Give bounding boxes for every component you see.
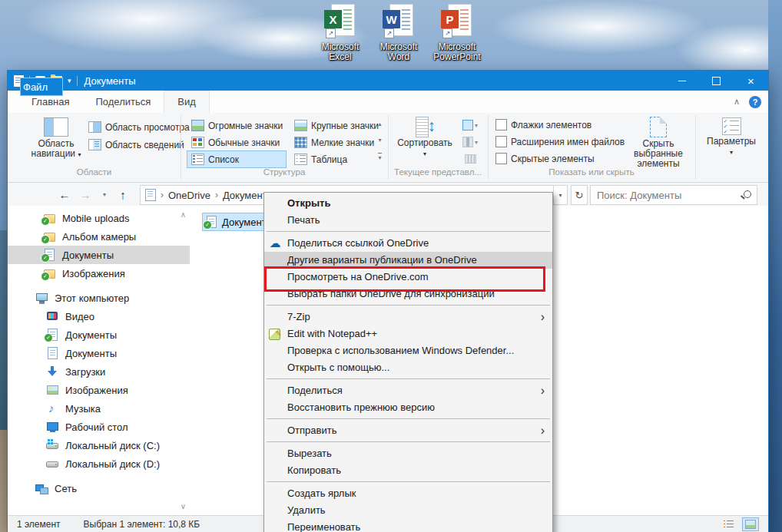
details-view-toggle-icon[interactable] xyxy=(721,517,737,531)
layout-more-button[interactable]: ▾ xyxy=(374,149,386,164)
close-button[interactable]: × xyxy=(734,71,768,91)
menu-item-copy[interactable]: Копировать xyxy=(264,462,552,479)
menu-item-send-to[interactable]: Отправить › xyxy=(264,422,552,439)
add-columns-button[interactable]: ▾ xyxy=(460,134,480,150)
view-option-medium-icons[interactable]: Обычные значки xyxy=(187,134,284,151)
checkbox-icon xyxy=(495,136,507,147)
sea-strip xyxy=(0,230,8,430)
close-icon: × xyxy=(747,75,754,87)
view-option-small-icons[interactable]: Мелкие значки xyxy=(290,134,379,151)
sidebar-item-local-disk-c[interactable]: Локальный диск (C:) xyxy=(8,436,190,454)
refresh-button[interactable]: ↻ xyxy=(571,185,588,205)
collapse-ribbon-icon[interactable]: ∧ xyxy=(734,97,740,107)
thumbnail-view-toggle-icon[interactable] xyxy=(742,517,759,531)
sidebar-item-documents[interactable]: Документы xyxy=(8,344,190,362)
menu-item-delete[interactable]: Удалить xyxy=(264,502,552,519)
refresh-icon: ↻ xyxy=(575,190,584,201)
group-by-button[interactable]: ▾ xyxy=(460,117,480,133)
selection-info: Выбран 1 элемент: 10,8 КБ xyxy=(84,519,200,530)
hide-selected-button[interactable]: Скрыть выбранные элементы xyxy=(625,117,692,169)
layout-scroll-up[interactable]: ▴ xyxy=(374,116,386,131)
layout-scroll-down[interactable]: ▾ xyxy=(374,132,386,147)
qat-dropdown-icon[interactable]: ▾ xyxy=(68,77,71,84)
forward-button[interactable]: → xyxy=(76,183,94,206)
sidebar-scroll-up-icon[interactable]: ∧ xyxy=(181,210,186,219)
ribbon-tabs: Файл Главная Поделиться Вид ∧ ? xyxy=(8,91,768,113)
group-caption: Показать или скрыть xyxy=(488,167,695,177)
menu-item-open-with[interactable]: Открыть с помощью... xyxy=(264,359,552,376)
menu-item-7zip[interactable]: 7-Zip › xyxy=(264,309,552,325)
menu-item-print[interactable]: Печать xyxy=(264,212,552,229)
search-icon[interactable] xyxy=(744,190,751,198)
group-current-view: Сортировать ▾ ▾ ▾ Текущее представл... xyxy=(388,113,488,182)
navigation-pane-button[interactable]: Область навигации ▾ xyxy=(27,117,85,160)
details-view-icon xyxy=(294,154,307,165)
menu-item-restore-previous[interactable]: Восстановить прежнюю версию xyxy=(264,399,552,416)
view-option-huge-icons[interactable]: Огромные значки xyxy=(187,117,287,134)
hidden-items-checkbox[interactable]: Скрытые элементы xyxy=(495,153,595,164)
item-checkboxes-checkbox[interactable]: Флажки элементов xyxy=(495,119,591,131)
back-button[interactable]: ← xyxy=(55,183,74,206)
sidebar-item-this-pc[interactable]: Этот компьютер xyxy=(8,289,190,307)
search-input[interactable] xyxy=(591,186,757,204)
sidebar-item-local-disk-d[interactable]: Локальный диск (D:) xyxy=(8,454,190,473)
address-dropdown-button[interactable]: ▾ xyxy=(553,185,568,205)
menu-separator xyxy=(267,481,550,482)
sidebar-item-desktop[interactable]: Рабочий стол xyxy=(8,418,190,436)
sidebar-item-camera-album[interactable]: Альбом камеры xyxy=(8,227,190,246)
menu-separator xyxy=(267,305,550,306)
shortcut-word[interactable]: W Microsoft Word xyxy=(369,3,428,62)
sidebar-item-downloads[interactable]: Загрузки xyxy=(8,362,190,381)
sidebar-item-documents-synced[interactable]: Документы xyxy=(8,325,190,344)
menu-item-cut[interactable]: Вырезать xyxy=(264,445,552,462)
tab-share[interactable]: Поделиться xyxy=(82,91,164,113)
menu-item-edit-notepadpp[interactable]: Edit with Notepad++ xyxy=(264,325,552,342)
menu-item-share[interactable]: Поделиться › xyxy=(264,382,552,399)
view-option-details[interactable]: Таблица xyxy=(290,150,352,168)
tab-view[interactable]: Вид xyxy=(164,91,210,113)
menu-item-rename[interactable]: Переименовать xyxy=(264,519,552,532)
sidebar-item-videos[interactable]: Видео xyxy=(8,307,190,325)
breadcrumb-onedrive[interactable]: OneDrive xyxy=(168,190,210,201)
menu-item-more-onedrive-sharing[interactable]: Другие варианты публикации в OneDrive xyxy=(264,252,552,269)
sand-strip xyxy=(0,430,8,532)
file-extensions-checkbox[interactable]: Расширения имен файлов xyxy=(495,136,625,147)
ribbon: Область навигации ▾ Область просмотра Об… xyxy=(8,113,768,183)
maximize-button[interactable] xyxy=(699,71,734,91)
sidebar-scroll-down-icon[interactable]: ∨ xyxy=(181,502,186,511)
preview-pane-button[interactable]: Область просмотра xyxy=(88,121,190,133)
menu-item-open[interactable]: Открыть xyxy=(264,195,552,212)
view-option-large-icons[interactable]: Крупные значки xyxy=(290,117,383,134)
shortcut-arrow-icon xyxy=(326,28,336,38)
minimize-button[interactable] xyxy=(664,71,699,91)
tab-file[interactable]: Файл xyxy=(20,78,63,96)
desktop: X Microsoft Excel W Microsoft Word P Mic… xyxy=(0,0,782,532)
menu-item-share-onedrive-link[interactable]: ☁ Поделиться ссылкой OneDrive xyxy=(264,235,552,252)
menu-item-create-shortcut[interactable]: Создать ярлык xyxy=(264,485,552,502)
recent-locations-dropdown[interactable]: ▾ xyxy=(98,183,111,206)
sidebar-item-pictures-onedrive[interactable]: Изображения xyxy=(8,264,190,283)
dropdown-icon: ▾ xyxy=(423,150,426,157)
sidebar-item-music[interactable]: Музыка xyxy=(8,399,190,418)
sidebar-item-mobile-uploads[interactable]: Mobile uploads xyxy=(8,209,190,227)
list-view-icon xyxy=(191,154,204,165)
details-pane-button[interactable]: Область сведений xyxy=(88,139,184,150)
crumb-separator-icon: › xyxy=(161,190,164,200)
help-icon[interactable]: ? xyxy=(749,96,761,108)
shortcut-powerpoint[interactable]: P Microsoft PowerPoint xyxy=(428,3,486,62)
options-button[interactable]: Параметры ▾ xyxy=(703,117,760,157)
network-icon xyxy=(35,482,48,494)
sidebar-item-documents-onedrive[interactable]: Документы xyxy=(8,246,190,264)
menu-item-scan-defender[interactable]: Проверка с использованием Windows Defend… xyxy=(264,342,552,359)
sidebar-item-network[interactable]: Сеть xyxy=(8,479,190,497)
shortcut-excel[interactable]: X Microsoft Excel xyxy=(311,3,369,62)
menu-item-view-on-onedrive[interactable]: Просмотреть на OneDrive.com xyxy=(264,269,552,286)
sidebar-item-pictures[interactable]: Изображения xyxy=(8,381,190,399)
up-button[interactable]: ↑ xyxy=(114,183,132,206)
menu-item-choose-onedrive-folders[interactable]: Выбрать папки OneDrive для синхронизации xyxy=(264,286,552,302)
sort-button[interactable]: Сортировать ▾ xyxy=(394,117,456,159)
size-columns-button[interactable] xyxy=(460,151,480,167)
add-columns-icon xyxy=(462,137,473,147)
document-icon xyxy=(46,347,59,359)
view-option-list[interactable]: Список xyxy=(187,150,287,168)
